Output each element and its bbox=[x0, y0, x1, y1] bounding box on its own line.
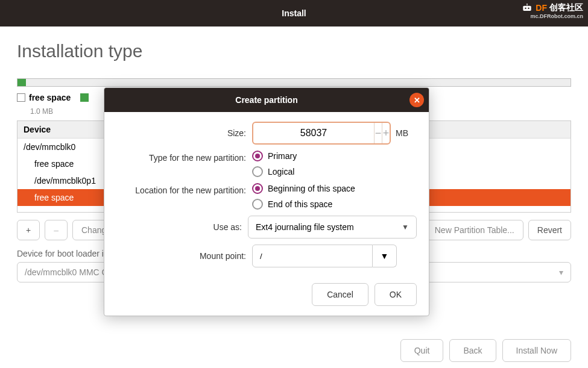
chevron-down-icon: ▾ bbox=[559, 267, 563, 277]
radio-icon bbox=[252, 183, 263, 194]
radio-icon bbox=[252, 166, 263, 177]
create-partition-dialog: Create partition ✕ Size: − + MB Type for… bbox=[104, 87, 429, 316]
mount-label: Mount point: bbox=[116, 251, 252, 261]
svg-rect-0 bbox=[523, 6, 531, 11]
partition-bar[interactable] bbox=[17, 78, 571, 87]
radio-label: Logical bbox=[268, 167, 294, 176]
useas-value: Ext4 journaling file system bbox=[256, 222, 354, 232]
footer-buttons: Quit Back Install Now bbox=[400, 339, 571, 362]
size-label: Size: bbox=[116, 128, 252, 138]
chevron-down-icon: ▼ bbox=[381, 251, 389, 261]
useas-select[interactable]: Ext4 journaling file system ▼ bbox=[248, 216, 417, 239]
chevron-down-icon: ▼ bbox=[402, 223, 409, 231]
location-begin-radio[interactable]: Beginning of this space bbox=[252, 183, 355, 194]
robot-icon bbox=[521, 4, 533, 12]
svg-point-4 bbox=[526, 4, 528, 5]
mount-point-combo[interactable]: ▼ bbox=[252, 245, 397, 267]
mount-point-dropdown[interactable]: ▼ bbox=[373, 245, 397, 267]
dialog-title: Create partition bbox=[235, 95, 297, 105]
close-icon: ✕ bbox=[414, 96, 420, 105]
size-spinbox[interactable]: − + bbox=[252, 122, 391, 145]
location-end-radio[interactable]: End of this space bbox=[252, 199, 355, 210]
quit-button[interactable]: Quit bbox=[400, 339, 444, 362]
legend-free-label: free space bbox=[29, 93, 71, 102]
window-titlebar: Install DF创客社区 mc.DFRobot.com.cn bbox=[0, 0, 588, 27]
size-unit: MB bbox=[396, 128, 408, 138]
legend-swatch bbox=[80, 93, 89, 102]
type-primary-radio[interactable]: Primary bbox=[252, 151, 297, 161]
partition-segment-free bbox=[26, 79, 571, 86]
svg-point-1 bbox=[525, 8, 527, 9]
dialog-titlebar: Create partition ✕ bbox=[104, 88, 429, 112]
legend-checkbox[interactable] bbox=[17, 93, 25, 102]
svg-point-2 bbox=[528, 8, 530, 9]
partition-segment-used bbox=[17, 79, 26, 86]
watermark: DF创客社区 mc.DFRobot.com.cn bbox=[521, 2, 583, 19]
size-increment[interactable]: + bbox=[382, 123, 390, 143]
type-label: Type for the new partition: bbox=[116, 151, 252, 163]
radio-label: Beginning of this space bbox=[268, 184, 355, 193]
radio-icon bbox=[252, 151, 263, 161]
mount-point-input[interactable] bbox=[252, 245, 373, 267]
remove-button[interactable]: – bbox=[45, 220, 68, 240]
type-logical-radio[interactable]: Logical bbox=[252, 166, 297, 177]
add-button[interactable]: + bbox=[17, 220, 40, 240]
useas-label: Use as: bbox=[116, 222, 248, 232]
ok-button[interactable]: OK bbox=[375, 283, 417, 306]
radio-icon bbox=[252, 199, 263, 210]
close-button[interactable]: ✕ bbox=[409, 93, 424, 107]
location-label: Location for the new partition: bbox=[116, 183, 252, 195]
cancel-button[interactable]: Cancel bbox=[312, 283, 368, 306]
radio-label: Primary bbox=[268, 151, 297, 161]
new-partition-table-button[interactable]: New Partition Table... bbox=[426, 220, 523, 240]
size-decrement[interactable]: − bbox=[374, 123, 382, 143]
revert-button[interactable]: Revert bbox=[528, 220, 571, 240]
size-input[interactable] bbox=[253, 128, 374, 139]
radio-label: End of this space bbox=[268, 199, 332, 209]
install-now-button[interactable]: Install Now bbox=[502, 339, 571, 362]
window-title: Install bbox=[282, 8, 306, 18]
back-button[interactable]: Back bbox=[449, 339, 496, 362]
page-title: Installation type bbox=[17, 41, 571, 61]
